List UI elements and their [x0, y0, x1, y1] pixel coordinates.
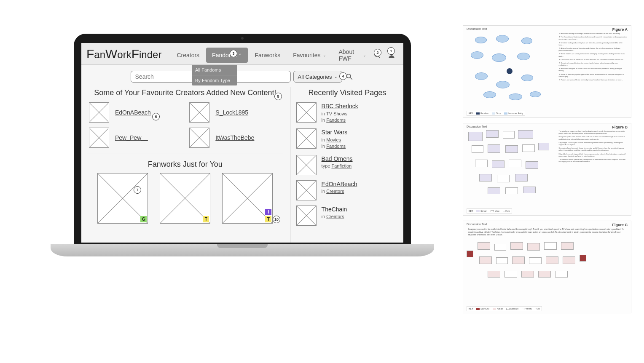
main-nav: Creators Fandoms ⌃ Fanworks Favourites ⌄… [171, 45, 372, 64]
recent-category-link[interactable]: Fandoms [326, 144, 346, 149]
recent-item[interactable]: TheChain in Creators [296, 206, 398, 226]
figure-discussion-label: Discussion Text [467, 223, 487, 226]
figure-a-label: Figure A [612, 27, 628, 32]
recent-title-link[interactable]: TheChain [322, 206, 347, 213]
creator-item[interactable]: ItWasTheBebe [189, 128, 281, 148]
recent-title-link[interactable]: EdOnABeach [322, 181, 357, 187]
recent-category-link[interactable]: Fandoms [326, 117, 346, 123]
chevron-down-icon: ⌄ [334, 75, 338, 79]
fanwork-badges: I T [265, 209, 271, 222]
chevron-down-icon: ⌄ [363, 53, 366, 57]
creator-item[interactable]: S_Lock1895 [189, 102, 281, 123]
callout-4: 4 [339, 72, 347, 80]
fav-creators-heading: Some of Your Favourite Creators Added Ne… [87, 88, 283, 97]
main-content: Some of Your Favourite Creators Added Ne… [81, 87, 403, 243]
svg-line-4 [351, 77, 353, 80]
recent-thumb-placeholder [296, 102, 317, 123]
figure-c-diagram [467, 238, 628, 310]
laptop-screen: 1 2 3 4 5 6 7 10 FanWorkFinder Creators … [81, 43, 403, 243]
rating-badge-t: T [265, 216, 271, 222]
creators-grid: EdOnABeach S_Lock1895 Pew_Pew__ [87, 102, 283, 154]
figure-c-label: Figure C [612, 223, 628, 227]
figure-b-label: Figure B [612, 125, 628, 129]
figure-b-diagram [467, 130, 556, 212]
figure-a-diagram [467, 32, 556, 114]
fanwork-card[interactable]: T [160, 173, 210, 224]
recent-title-link[interactable]: Bad Omens [322, 155, 353, 162]
creator-item[interactable]: Pew_Pew__ [89, 128, 181, 148]
figure-c-caption: Imagine you used to be really into Docto… [467, 228, 628, 236]
recent-heading: Recently Visited Pages [296, 88, 398, 97]
category-select[interactable]: All Categories ⌄ [293, 71, 343, 83]
recent-meta: Star Wars in Movies in Fandoms [322, 128, 348, 149]
recent-item[interactable]: BBC Sherlock in TV Shows in Fandoms [296, 102, 398, 123]
right-column: Recently Visited Pages BBC Sherlock in T… [290, 87, 398, 243]
recent-category-link[interactable]: Fanfiction [331, 163, 352, 168]
category-select-label: All Categories [298, 74, 332, 80]
creator-link[interactable]: Pew_Pew__ [115, 134, 148, 141]
recent-category-link[interactable]: Movies [326, 137, 341, 142]
nav-fanworks[interactable]: Fanworks [249, 48, 286, 63]
nav-about-label: About FWF [339, 48, 361, 62]
svg-point-3 [347, 74, 351, 78]
recent-category-link[interactable]: Creators [326, 214, 344, 219]
nav-fandoms[interactable]: Fandoms ⌃ [206, 48, 248, 63]
creator-avatar-placeholder [189, 128, 209, 148]
nav-creators[interactable]: Creators [171, 48, 205, 63]
callout-6: 6 [152, 113, 160, 120]
recent-category-link[interactable]: TV Shows [326, 111, 347, 116]
search-row: All Categories ⌄ [81, 65, 403, 87]
fanworks-row: G T I T [87, 173, 283, 224]
figure-discussion-label: Discussion Text [467, 27, 487, 30]
figure-a-key: KEY Fandom Story Important Entity [467, 111, 525, 116]
laptop-mockup: 1 2 3 4 5 6 7 10 FanWorkFinder Creators … [51, 34, 434, 303]
fanwork-card[interactable]: G [97, 173, 148, 224]
chevron-up-icon: ⌃ [239, 53, 242, 57]
callout-7: 7 [134, 186, 141, 194]
rating-badge-g: G [140, 216, 147, 222]
dropdown-by-fandom-type[interactable]: By Fandom Type [192, 75, 237, 85]
recent-title-link[interactable]: BBC Sherlock [322, 103, 358, 109]
recent-category-link[interactable]: Creators [326, 189, 344, 194]
figure-c-key: KEY Start/End Action Decision → Primary … [467, 306, 542, 311]
dropdown-all-fandoms[interactable]: All Fandoms [192, 65, 237, 75]
recent-meta: Bad Omens type Fanfiction [322, 155, 353, 175]
callout-10: 10 [273, 216, 280, 223]
creator-link[interactable]: S_Lock1895 [215, 109, 248, 116]
app-logo[interactable]: FanWorkFinder [86, 47, 167, 64]
recent-meta: TheChain in Creators [322, 206, 347, 226]
creator-avatar-placeholder [89, 128, 109, 148]
figure-b-key: KEY Screen View — Flow [467, 208, 512, 214]
recent-item[interactable]: Star Wars in Movies in Fandoms [296, 128, 398, 149]
fanwork-badges: G [140, 216, 147, 222]
left-column: Some of Your Favourite Creators Added Ne… [87, 87, 290, 243]
figure-c: Discussion Text Figure C Imagine you use… [463, 221, 631, 313]
search-icon [346, 73, 353, 80]
laptop-camera [241, 37, 244, 40]
nav-about[interactable]: About FWF ⌄ [333, 44, 373, 66]
nav-favourites[interactable]: Favourites ⌄ [287, 48, 332, 63]
recent-item[interactable]: EdOnABeach in Creators [296, 180, 398, 200]
callout-1: 1 [387, 47, 395, 55]
fanwork-card[interactable]: I T [222, 173, 273, 224]
callout-2: 2 [374, 49, 381, 56]
laptop-bezel: 1 2 3 4 5 6 7 10 FanWorkFinder Creators … [74, 34, 411, 248]
recent-thumb-placeholder [296, 206, 317, 226]
callout-5: 5 [274, 93, 282, 100]
figure-a: Discussion Text Figure A ① Based on exis… [463, 25, 631, 118]
creator-link[interactable]: ItWasTheBebe [215, 134, 254, 141]
creator-link[interactable]: EdOnABeach [115, 109, 151, 116]
fanworks-heading: Fanworks Just for You [87, 160, 283, 169]
rating-badge-t: T [203, 216, 209, 222]
recent-thumb-placeholder [296, 128, 317, 149]
recent-thumb-placeholder [296, 155, 317, 175]
recent-meta: EdOnABeach in Creators [322, 180, 357, 200]
nav-favourites-label: Favourites [293, 52, 320, 59]
recent-item[interactable]: Bad Omens type Fanfiction [296, 155, 398, 175]
recent-title-link[interactable]: Star Wars [322, 129, 348, 136]
topbar: FanWorkFinder Creators Fandoms ⌃ Fanwork… [81, 43, 403, 65]
figure-b-text: The wireframe maps user flow from landin… [559, 130, 628, 212]
creator-item[interactable]: EdOnABeach [89, 102, 181, 123]
figure-discussion-label: Discussion Text [467, 125, 487, 128]
app-root: 1 2 3 4 5 6 7 10 FanWorkFinder Creators … [81, 43, 403, 243]
